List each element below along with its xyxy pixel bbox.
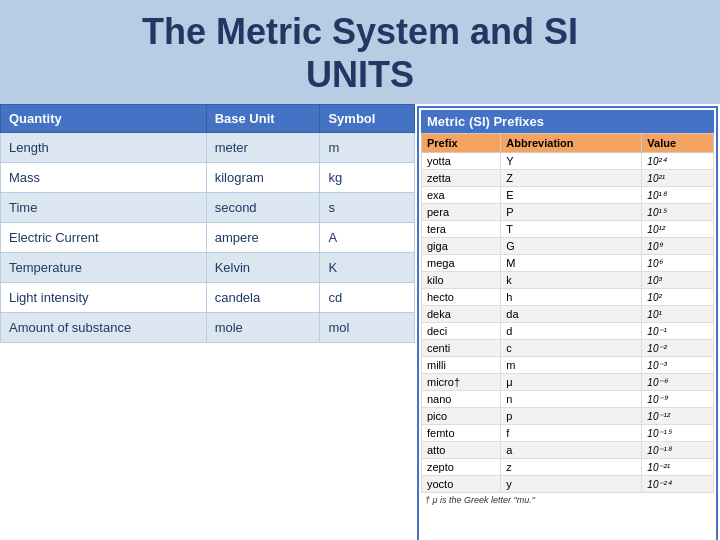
main-table-header-row: Quantity Base Unit Symbol [1,105,415,133]
prefix-name-cell: mega [422,255,501,272]
prefix-value-cell: 10³ [642,272,714,289]
prefix-table-row: pico p 10⁻¹² [422,408,714,425]
prefix-table-row: milli m 10⁻³ [422,357,714,374]
content-area: Quantity Base Unit Symbol Length meter m… [0,104,720,540]
prefix-table-row: zetta Z 10²¹ [422,170,714,187]
symbol-cell: mol [320,313,415,343]
prefix-value-cell: 10²⁴ [642,153,714,170]
quantity-cell: Electric Current [1,223,207,253]
prefix-header-row: Prefix Abbreviation Value [422,134,714,153]
col-header-symbol: Symbol [320,105,415,133]
col-header-unit: Base Unit [206,105,320,133]
prefix-value-cell: 10⁻¹⁸ [642,442,714,459]
prefix-abbr-cell: y [501,476,642,493]
prefix-abbr-cell: f [501,425,642,442]
prefix-name-cell: milli [422,357,501,374]
symbol-cell: cd [320,283,415,313]
prefix-table-row: deci d 10⁻¹ [422,323,714,340]
prefix-abbr-cell: E [501,187,642,204]
main-table-row: Amount of substance mole mol [1,313,415,343]
prefix-value-cell: 10¹⁸ [642,187,714,204]
prefix-name-cell: pera [422,204,501,221]
prefix-abbr-cell: p [501,408,642,425]
prefix-table-row: pera P 10¹⁵ [422,204,714,221]
prefix-name-cell: giga [422,238,501,255]
main-table-row: Length meter m [1,133,415,163]
prefix-table-row: zepto z 10⁻²¹ [422,459,714,476]
prefix-table-row: kilo k 10³ [422,272,714,289]
symbol-cell: kg [320,163,415,193]
prefix-name-cell: centi [422,340,501,357]
main-table-row: Electric Current ampere A [1,223,415,253]
prefix-abbr-cell: μ [501,374,642,391]
prefix-abbr-cell: Z [501,170,642,187]
prefix-value-cell: 10⁹ [642,238,714,255]
quantity-cell: Time [1,193,207,223]
col-header-quantity: Quantity [1,105,207,133]
prefix-value-cell: 10⁶ [642,255,714,272]
quantity-cell: Amount of substance [1,313,207,343]
prefix-value-cell: 10⁻¹ [642,323,714,340]
prefix-abbr-cell: m [501,357,642,374]
symbol-cell: A [320,223,415,253]
prefix-table-row: centi c 10⁻² [422,340,714,357]
prefix-name-cell: atto [422,442,501,459]
prefix-value-cell: 10⁻²¹ [642,459,714,476]
symbol-cell: m [320,133,415,163]
prefix-value-cell: 10⁻⁶ [642,374,714,391]
unit-cell: ampere [206,223,320,253]
main-table-row: Temperature Kelvin K [1,253,415,283]
prefix-abbr-cell: c [501,340,642,357]
prefix-name-cell: zepto [422,459,501,476]
prefix-table-row: yotta Y 10²⁴ [422,153,714,170]
prefix-table-row: exa E 10¹⁸ [422,187,714,204]
left-table-container: Quantity Base Unit Symbol Length meter m… [0,104,415,540]
prefix-table-row: femto f 10⁻¹⁵ [422,425,714,442]
prefix-value-cell: 10²¹ [642,170,714,187]
prefix-abbr-cell: T [501,221,642,238]
prefix-abbr-cell: da [501,306,642,323]
prefix-table-row: yocto y 10⁻²⁴ [422,476,714,493]
prefix-name-cell: femto [422,425,501,442]
prefix-abbr-cell: a [501,442,642,459]
prefix-table-row: atto a 10⁻¹⁸ [422,442,714,459]
prefix-footnote: † μ is the Greek letter "mu." [421,493,714,507]
unit-cell: meter [206,133,320,163]
prefix-value-cell: 10⁻² [642,340,714,357]
prefix-value-cell: 10⁻³ [642,357,714,374]
unit-cell: kilogram [206,163,320,193]
symbol-cell: K [320,253,415,283]
prefix-name-cell: zetta [422,170,501,187]
prefix-name-cell: tera [422,221,501,238]
prefix-abbr-cell: z [501,459,642,476]
main-table-row: Time second s [1,193,415,223]
prefix-value-cell: 10⁻⁹ [642,391,714,408]
prefix-table-row: mega M 10⁶ [422,255,714,272]
prefix-value-cell: 10¹ [642,306,714,323]
prefix-table-row: tera T 10¹² [422,221,714,238]
prefix-value-cell: 10⁻²⁴ [642,476,714,493]
prefix-abbr-cell: k [501,272,642,289]
title-section: The Metric System and SI UNITS [0,0,720,104]
main-table: Quantity Base Unit Symbol Length meter m… [0,104,415,343]
quantity-cell: Temperature [1,253,207,283]
symbol-cell: s [320,193,415,223]
quantity-cell: Length [1,133,207,163]
prefix-table-row: hecto h 10² [422,289,714,306]
prefix-abbr-cell: Y [501,153,642,170]
prefix-col-value: Value [642,134,714,153]
quantity-cell: Light intensity [1,283,207,313]
title-line2: UNITS [306,54,414,95]
prefix-abbr-cell: M [501,255,642,272]
prefix-abbr-cell: d [501,323,642,340]
prefix-name-cell: kilo [422,272,501,289]
prefix-value-cell: 10⁻¹² [642,408,714,425]
prefix-table-title: Metric (SI) Prefixes [421,110,714,133]
prefix-name-cell: nano [422,391,501,408]
prefix-value-cell: 10⁻¹⁵ [642,425,714,442]
page-container: The Metric System and SI UNITS Quantity … [0,0,720,540]
prefix-abbr-cell: n [501,391,642,408]
main-table-row: Light intensity candela cd [1,283,415,313]
prefix-name-cell: deci [422,323,501,340]
prefix-name-cell: pico [422,408,501,425]
